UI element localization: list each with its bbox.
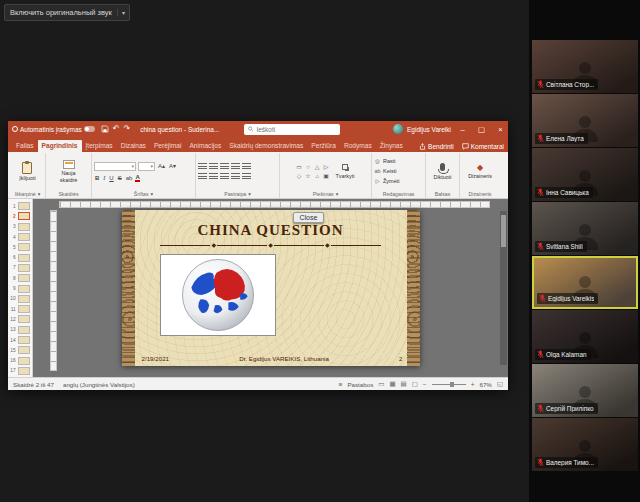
ribbon-tab-skaidrių-demonstravimas[interactable]: Skaidrių demonstravimas bbox=[225, 140, 307, 152]
search-input[interactable] bbox=[256, 126, 336, 133]
justify-icon[interactable] bbox=[231, 173, 240, 180]
shrink-font-icon[interactable]: A▾ bbox=[168, 163, 177, 169]
close-window-button[interactable]: × bbox=[493, 123, 508, 136]
find-button[interactable]: ◎ Rasti bbox=[374, 158, 423, 165]
ribbon-tab-perėjimai[interactable]: Perėjimai bbox=[150, 140, 185, 152]
participant-tile-7[interactable]: Сергій Приліпко bbox=[532, 364, 638, 417]
align-right-icon[interactable] bbox=[220, 173, 229, 180]
participant-tile-1[interactable]: Світлана Стор... bbox=[532, 40, 638, 93]
restore-button[interactable]: ▢ bbox=[474, 123, 489, 136]
close-overlay-button[interactable]: Close bbox=[293, 212, 325, 223]
dialog-launcher-icon[interactable]: ▾ bbox=[336, 191, 339, 197]
ribbon-tab-žinynas[interactable]: Žinynas bbox=[376, 140, 407, 152]
slide-thumbnail-2[interactable]: 2 bbox=[8, 211, 32, 221]
font-color-button[interactable]: A bbox=[135, 174, 139, 182]
language-indicator[interactable]: anglų (Jungtinės Valstijos) bbox=[63, 381, 135, 388]
font-size-combo[interactable]: ▾ bbox=[138, 162, 155, 171]
ribbon-tab-peržiūra[interactable]: Peržiūra bbox=[307, 140, 340, 152]
columns-icon[interactable] bbox=[242, 173, 251, 180]
slide-thumbnail-12[interactable]: 12 bbox=[8, 314, 32, 324]
dialog-launcher-icon[interactable]: ▾ bbox=[38, 191, 41, 197]
grow-font-icon[interactable]: A▴ bbox=[157, 163, 166, 169]
dictate-button[interactable]: Diktuoti bbox=[432, 162, 454, 181]
share-button[interactable]: Bendrinti bbox=[419, 143, 454, 150]
notes-toggle[interactable]: Pastabos bbox=[347, 381, 373, 388]
line-spacing-icon[interactable] bbox=[242, 163, 251, 170]
paste-button[interactable]: Įklijuoti bbox=[17, 161, 37, 182]
align-left-icon[interactable] bbox=[198, 173, 207, 180]
participant-tile-8[interactable]: Валерия Тимо... bbox=[532, 418, 638, 471]
autosave-switch[interactable] bbox=[84, 126, 95, 132]
vertical-scrollbar[interactable] bbox=[500, 211, 507, 365]
slide-thumbnail-number: 1 bbox=[10, 204, 16, 209]
zoom-out-icon[interactable]: − bbox=[423, 381, 427, 388]
strikethrough-button[interactable]: S bbox=[117, 175, 123, 181]
undo-icon[interactable]: ↶ bbox=[113, 125, 120, 133]
comments-button[interactable]: Komentarai bbox=[462, 143, 504, 150]
participant-tile-6[interactable]: Olga Kalaman bbox=[532, 310, 638, 363]
original-sound-button[interactable]: Включить оригинальный звук ▾ bbox=[4, 4, 130, 21]
fit-to-window-icon[interactable]: ◱ bbox=[497, 380, 503, 388]
bullets-icon[interactable] bbox=[198, 163, 207, 170]
decrease-indent-icon[interactable] bbox=[220, 163, 229, 170]
zoom-slider[interactable] bbox=[432, 384, 466, 385]
slide-thumbnail-9[interactable]: 9 bbox=[8, 283, 32, 293]
reading-view-icon[interactable]: ▤ bbox=[401, 380, 407, 388]
redo-icon[interactable]: ↷ bbox=[123, 125, 130, 133]
shapes-gallery[interactable]: ▭○△▷ ◇☆⌂▣ bbox=[295, 163, 331, 181]
slide-thumbnail-3[interactable]: 3 bbox=[8, 222, 32, 232]
font-name-combo[interactable]: ▾ bbox=[94, 162, 136, 171]
slide-thumbnail-5[interactable]: 5 bbox=[8, 242, 32, 252]
ribbon-tab-įterpimas[interactable]: Įterpimas bbox=[82, 140, 117, 152]
ribbon-tab-pagrindinis[interactable]: Pagrindinis bbox=[38, 140, 82, 152]
slide-sorter-view-icon[interactable]: ▦ bbox=[389, 380, 395, 388]
increase-indent-icon[interactable] bbox=[231, 163, 240, 170]
slide-thumbnail-7[interactable]: 7 bbox=[8, 263, 32, 273]
numbering-icon[interactable] bbox=[209, 163, 218, 170]
ribbon-tab-failas[interactable]: Failas bbox=[12, 140, 38, 152]
slide-thumbnail-16[interactable]: 16 bbox=[8, 355, 32, 365]
italic-button[interactable]: I bbox=[102, 175, 106, 181]
participant-tile-4[interactable]: Svitlana Shiil bbox=[532, 202, 638, 255]
participant-tile-3[interactable]: Інна Савицька bbox=[532, 148, 638, 201]
align-center-icon[interactable] bbox=[209, 173, 218, 180]
bold-button[interactable]: B bbox=[94, 175, 100, 181]
slide-thumbnail-8[interactable]: 8 bbox=[8, 273, 32, 283]
minimize-button[interactable]: – bbox=[455, 123, 470, 136]
zoom-in-icon[interactable]: + bbox=[471, 381, 475, 388]
text-shadow-button[interactable]: ab bbox=[125, 175, 134, 181]
slide-thumbnail-4[interactable]: 4 bbox=[8, 232, 32, 242]
participant-tile-2[interactable]: Елена Лаута bbox=[532, 94, 638, 147]
globe-image[interactable] bbox=[160, 254, 276, 336]
new-slide-button[interactable]: Nauja skaidrė bbox=[52, 159, 86, 183]
slide-thumbnail-1[interactable]: 1 bbox=[8, 201, 32, 211]
arrange-button[interactable]: Tvarkyti bbox=[334, 163, 357, 180]
ribbon-tab-animacijos[interactable]: Animacijos bbox=[185, 140, 225, 152]
ribbon-tab-dizainas[interactable]: Dizainas bbox=[117, 140, 150, 152]
participant-tile-5[interactable]: Egidijus Vareikis bbox=[532, 256, 638, 309]
autosave-toggle[interactable]: Automatinis įrašymas bbox=[12, 126, 95, 133]
slideshow-view-icon[interactable]: ▢ bbox=[412, 380, 418, 388]
slide-thumbnail-10[interactable]: 10 bbox=[8, 294, 32, 304]
search-box[interactable] bbox=[244, 124, 340, 135]
select-button[interactable]: ▷ Žymėti bbox=[374, 178, 423, 185]
designer-button[interactable]: ◆ Dizaineris bbox=[466, 163, 494, 180]
slide-thumbnail-14[interactable]: 14 bbox=[8, 335, 32, 345]
underline-button[interactable]: U bbox=[108, 175, 114, 181]
normal-view-icon[interactable]: ▭ bbox=[378, 380, 384, 388]
slide-thumbnail-13[interactable]: 13 bbox=[8, 325, 32, 335]
dictate-mic-icon bbox=[440, 163, 445, 171]
user-avatar[interactable] bbox=[393, 124, 403, 134]
slide-thumbnail-17[interactable]: 17 bbox=[8, 366, 32, 376]
slide-thumbnail-6[interactable]: 6 bbox=[8, 252, 32, 262]
save-icon[interactable] bbox=[101, 125, 109, 133]
dialog-launcher-icon[interactable]: ▾ bbox=[151, 191, 154, 197]
dialog-launcher-icon[interactable]: ▾ bbox=[248, 191, 251, 197]
replace-button[interactable]: ab Keisti bbox=[374, 168, 423, 175]
current-slide[interactable]: CHINA QUESTION ◆ ◆◆ bbox=[122, 210, 420, 366]
ribbon-tab-rodymas[interactable]: Rodymas bbox=[340, 140, 376, 152]
slide-thumbnail-11[interactable]: 11 bbox=[8, 304, 32, 314]
zoom-level[interactable]: 67% bbox=[479, 381, 491, 388]
slide-thumbnail-15[interactable]: 15 bbox=[8, 345, 32, 355]
chevron-down-icon[interactable]: ▾ bbox=[117, 9, 129, 16]
